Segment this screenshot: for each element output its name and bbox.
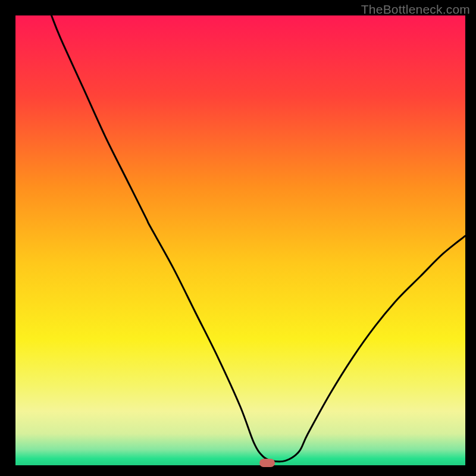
gradient-background bbox=[15, 15, 465, 465]
chart-frame: TheBottleneck.com bbox=[0, 0, 476, 476]
plot-area bbox=[15, 15, 465, 465]
plot-svg bbox=[15, 15, 465, 465]
watermark-text: TheBottleneck.com bbox=[361, 2, 470, 17]
optimum-marker bbox=[259, 459, 275, 467]
